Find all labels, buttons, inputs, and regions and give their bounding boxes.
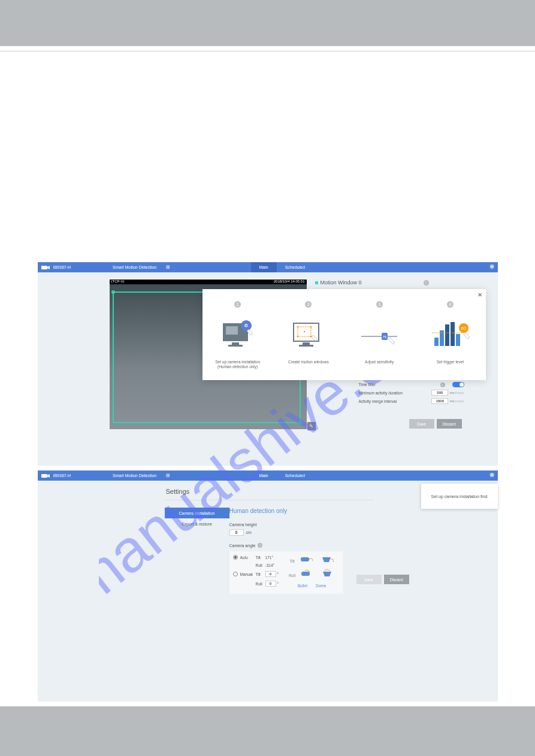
wizard-step-1[interactable]: 1 ✲ Set up camera installation(Human det…	[202, 297, 273, 372]
screenshot-1: IB9387-H Smart Motion Detection ⊞ Main S…	[38, 262, 498, 466]
info-icon[interactable]: i	[424, 280, 429, 286]
tooltip: Set up camera installation first	[421, 484, 498, 509]
save-button[interactable]: Save	[356, 575, 382, 584]
settings-nav: Camera installation Export & restore	[165, 508, 229, 594]
brand-logo-icon	[41, 265, 50, 271]
bullet-tilt-icon	[298, 555, 314, 564]
time-filter-label: Time filter	[359, 382, 439, 387]
step-1-illustration: ✲	[214, 318, 262, 351]
radio-manual[interactable]	[233, 572, 238, 576]
model-label: IB9387-H	[53, 473, 71, 478]
svg-point-13	[297, 326, 298, 328]
tab-main[interactable]: Main	[251, 470, 277, 481]
grid-icon[interactable]: ⊞	[166, 473, 170, 478]
merge-interval-label: Activity merge interval	[359, 399, 430, 403]
doc-divider	[0, 46, 535, 51]
manual-tilt-input[interactable]	[265, 571, 276, 577]
min-activity-label: Minimum activity duration	[359, 391, 430, 395]
svg-rect-4	[226, 326, 238, 335]
nav-camera-installation[interactable]: Camera installation	[165, 508, 229, 518]
time-filter-panel: Time filter i Minimum activity duration …	[359, 382, 464, 406]
auto-label: Auto	[240, 555, 256, 560]
doc-footer	[0, 706, 535, 756]
discard-button[interactable]: Discard	[437, 419, 462, 429]
tooltip-text: Set up camera installation first	[431, 494, 488, 499]
radio-auto[interactable]	[233, 555, 238, 560]
svg-rect-11	[299, 345, 313, 347]
app-label: Smart Motion Detection	[113, 265, 156, 269]
gear-icon[interactable]: ❋	[489, 263, 494, 270]
svg-text:75: 75	[383, 335, 387, 339]
wizard-popup: ✕ 1 ✲ Set up camera installation(Human d…	[202, 289, 486, 380]
svg-rect-23	[445, 324, 449, 346]
auto-tilt-value: 171°	[265, 555, 273, 560]
model-label: IB9387-H	[53, 265, 71, 269]
svg-marker-2	[47, 266, 50, 269]
camera-height-label: Camera height	[229, 523, 343, 527]
manual-label: Manual	[240, 572, 256, 576]
min-activity-input[interactable]	[431, 390, 448, 396]
titlebar-1: IB9387-H Smart Motion Detection ⊞ Main S…	[38, 262, 498, 272]
min-activity-range: (range)	[454, 391, 464, 394]
step-number-4: 4	[447, 301, 454, 308]
manual-tilt-label: Tilt	[256, 572, 265, 576]
info-icon[interactable]: i	[258, 543, 262, 548]
video-timestamp: 2018/10/4 14:05:51	[274, 280, 305, 284]
svg-rect-5	[232, 342, 239, 345]
settings-divider	[165, 500, 373, 500]
info-icon[interactable]: i	[440, 382, 445, 387]
time-filter-toggle[interactable]	[452, 382, 464, 387]
step-3-illustration: 75	[355, 318, 403, 351]
tab-main[interactable]: Main	[251, 262, 277, 272]
step-1-label: Set up camera installation(Human detecti…	[202, 360, 273, 370]
svg-rect-32	[301, 572, 310, 576]
save-button[interactable]: Save	[409, 419, 434, 429]
step-4-illustration: 60	[426, 318, 474, 351]
camera-height-input[interactable]	[229, 529, 244, 536]
auto-roll-value: -314°	[265, 563, 275, 567]
manual-roll-label: Roll	[256, 582, 265, 586]
wizard-step-3[interactable]: 3 75 Adjust sensitivity	[344, 297, 415, 372]
tab-scheduled[interactable]: Scheduled	[277, 470, 313, 481]
dome-roll-icon	[319, 569, 335, 579]
svg-text:60: 60	[461, 326, 466, 330]
tilt-row-label: Tilt	[289, 559, 294, 563]
step-2-illustration	[285, 318, 333, 351]
svg-point-14	[310, 326, 312, 328]
tabs: Main Scheduled	[251, 262, 313, 272]
merge-interval-input[interactable]	[431, 398, 448, 404]
wizard-step-4[interactable]: 4 60 Set trigger level	[415, 297, 485, 372]
doc-header	[0, 0, 535, 46]
nav-export-restore[interactable]: Export & restore	[165, 518, 229, 529]
gear-icon[interactable]: ❋	[489, 472, 494, 478]
screenshot-2: IB9387-H Smart Motion Detection ⊞ Main S…	[38, 470, 498, 702]
wizard-step-2[interactable]: 2 Create motion windows	[273, 297, 344, 372]
step-4-label: Set trigger level	[415, 360, 485, 365]
svg-rect-24	[451, 322, 455, 346]
tab-scheduled[interactable]: Scheduled	[277, 262, 313, 272]
auto-tilt-label: Tilt	[256, 555, 265, 560]
svg-rect-1	[41, 266, 47, 269]
merge-interval-unit: ms	[449, 399, 454, 403]
video-source: (TCP-V)	[111, 280, 125, 284]
grid-icon[interactable]: ⊞	[166, 265, 170, 270]
edit-icon[interactable]: ✎	[307, 422, 316, 430]
svg-rect-21	[434, 338, 439, 346]
merge-interval-range: (range)	[454, 399, 464, 403]
manual-roll-input[interactable]	[265, 581, 276, 587]
svg-rect-29	[41, 474, 47, 478]
svg-rect-10	[303, 342, 310, 345]
discard-button[interactable]: Discard	[384, 575, 409, 584]
step-3-label: Adjust sensitivity	[344, 360, 415, 365]
camera-angle-label: Camera angle	[229, 544, 256, 548]
svg-rect-25	[456, 334, 460, 346]
svg-marker-30	[47, 474, 50, 478]
svg-point-15	[297, 336, 298, 338]
roll-row-label: Roll	[289, 573, 295, 578]
camera-height-unit: cm	[246, 530, 252, 535]
svg-text:✲: ✲	[244, 323, 249, 329]
brand-logo-icon	[41, 473, 50, 479]
motion-window-header: Motion Window 0 i	[315, 280, 429, 286]
dome-label: Dome	[316, 584, 326, 588]
dome-tilt-icon	[319, 555, 334, 564]
